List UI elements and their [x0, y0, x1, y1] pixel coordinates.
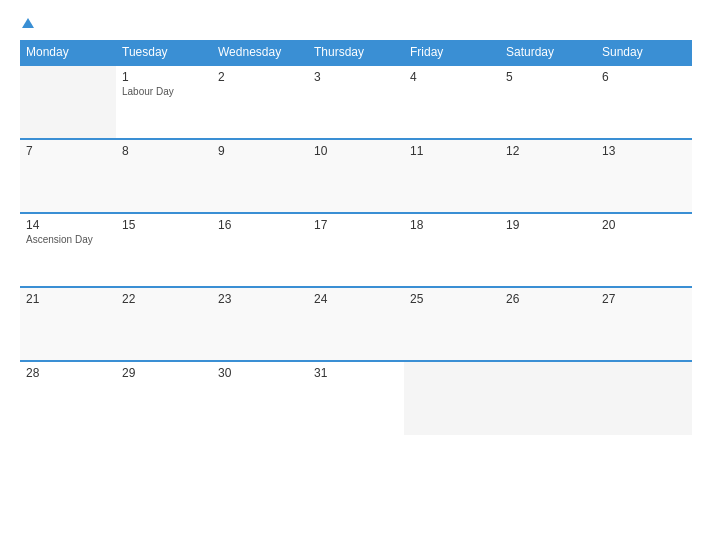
- day-number: 11: [410, 144, 494, 158]
- day-number: 18: [410, 218, 494, 232]
- day-number: 24: [314, 292, 398, 306]
- header-sunday: Sunday: [596, 40, 692, 65]
- calendar-day-cell: 8: [116, 139, 212, 213]
- weekday-header-row: Monday Tuesday Wednesday Thursday Friday…: [20, 40, 692, 65]
- day-number: 23: [218, 292, 302, 306]
- calendar-day-cell: 28: [20, 361, 116, 435]
- calendar-day-cell: 14Ascension Day: [20, 213, 116, 287]
- calendar-day-cell: 17: [308, 213, 404, 287]
- day-number: 6: [602, 70, 686, 84]
- header-friday: Friday: [404, 40, 500, 65]
- header-saturday: Saturday: [500, 40, 596, 65]
- day-number: 22: [122, 292, 206, 306]
- day-number: 5: [506, 70, 590, 84]
- day-event-label: Labour Day: [122, 86, 206, 97]
- calendar-day-cell: 27: [596, 287, 692, 361]
- calendar-day-cell: 16: [212, 213, 308, 287]
- calendar-day-cell: 6: [596, 65, 692, 139]
- day-number: 17: [314, 218, 398, 232]
- calendar-day-cell: 9: [212, 139, 308, 213]
- calendar-day-cell: 25: [404, 287, 500, 361]
- calendar-week-row: 78910111213: [20, 139, 692, 213]
- header-thursday: Thursday: [308, 40, 404, 65]
- calendar-day-cell: 23: [212, 287, 308, 361]
- day-number: 1: [122, 70, 206, 84]
- calendar-day-cell: 11: [404, 139, 500, 213]
- day-number: 25: [410, 292, 494, 306]
- calendar-week-row: 14Ascension Day151617181920: [20, 213, 692, 287]
- logo-triangle-icon: [22, 18, 34, 28]
- day-number: 28: [26, 366, 110, 380]
- day-number: 20: [602, 218, 686, 232]
- calendar-day-cell: 18: [404, 213, 500, 287]
- calendar-day-cell: 22: [116, 287, 212, 361]
- calendar-day-cell: 15: [116, 213, 212, 287]
- day-number: 31: [314, 366, 398, 380]
- day-number: 4: [410, 70, 494, 84]
- calendar-day-cell: 24: [308, 287, 404, 361]
- logo: [20, 18, 34, 28]
- day-number: 16: [218, 218, 302, 232]
- day-number: 13: [602, 144, 686, 158]
- calendar-day-cell: 20: [596, 213, 692, 287]
- calendar-week-row: 28293031: [20, 361, 692, 435]
- day-number: 21: [26, 292, 110, 306]
- day-number: 10: [314, 144, 398, 158]
- day-event-label: Ascension Day: [26, 234, 110, 245]
- calendar-day-cell: 7: [20, 139, 116, 213]
- day-number: 26: [506, 292, 590, 306]
- calendar-day-cell: 12: [500, 139, 596, 213]
- calendar-day-cell: [596, 361, 692, 435]
- calendar-day-cell: [500, 361, 596, 435]
- calendar-day-cell: [20, 65, 116, 139]
- calendar-day-cell: 29: [116, 361, 212, 435]
- calendar-header: [20, 18, 692, 28]
- calendar-day-cell: 19: [500, 213, 596, 287]
- day-number: 29: [122, 366, 206, 380]
- day-number: 19: [506, 218, 590, 232]
- calendar-day-cell: 26: [500, 287, 596, 361]
- calendar-day-cell: 21: [20, 287, 116, 361]
- calendar-day-cell: 10: [308, 139, 404, 213]
- day-number: 30: [218, 366, 302, 380]
- day-number: 15: [122, 218, 206, 232]
- calendar-day-cell: 31: [308, 361, 404, 435]
- header-monday: Monday: [20, 40, 116, 65]
- header-wednesday: Wednesday: [212, 40, 308, 65]
- calendar-day-cell: 3: [308, 65, 404, 139]
- header-tuesday: Tuesday: [116, 40, 212, 65]
- day-number: 27: [602, 292, 686, 306]
- calendar-table: Monday Tuesday Wednesday Thursday Friday…: [20, 40, 692, 435]
- calendar-day-cell: 2: [212, 65, 308, 139]
- day-number: 12: [506, 144, 590, 158]
- day-number: 14: [26, 218, 110, 232]
- calendar-day-cell: [404, 361, 500, 435]
- calendar-day-cell: 4: [404, 65, 500, 139]
- calendar-day-cell: 13: [596, 139, 692, 213]
- day-number: 8: [122, 144, 206, 158]
- day-number: 3: [314, 70, 398, 84]
- calendar-week-row: 21222324252627: [20, 287, 692, 361]
- calendar-day-cell: 30: [212, 361, 308, 435]
- day-number: 2: [218, 70, 302, 84]
- calendar-day-cell: 5: [500, 65, 596, 139]
- page: Monday Tuesday Wednesday Thursday Friday…: [0, 0, 712, 550]
- calendar-day-cell: 1Labour Day: [116, 65, 212, 139]
- calendar-week-row: 1Labour Day23456: [20, 65, 692, 139]
- day-number: 7: [26, 144, 110, 158]
- day-number: 9: [218, 144, 302, 158]
